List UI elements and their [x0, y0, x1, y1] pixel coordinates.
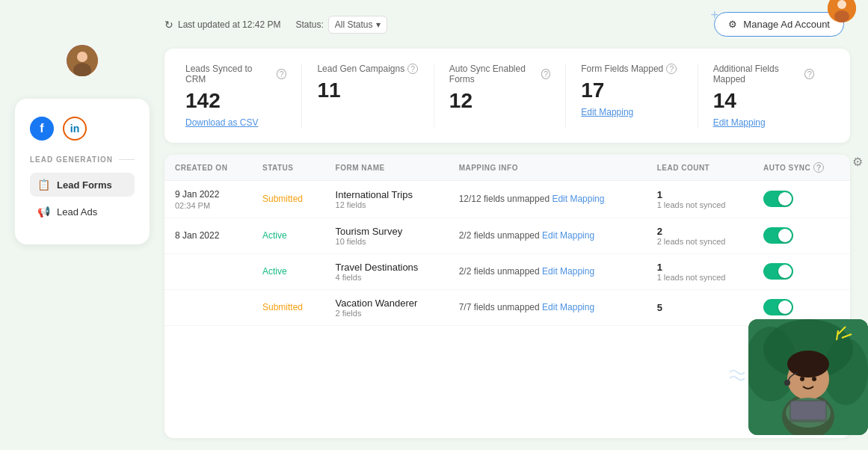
toggle-autosync-1[interactable] — [763, 227, 793, 244]
cell-form-1: Tourism Survey 10 fields — [325, 218, 449, 253]
edit-mapping-link-1[interactable]: Edit Mapping — [581, 107, 682, 117]
side-image — [748, 319, 868, 435]
cell-autosync-0 — [753, 181, 850, 218]
cell-leadcount-1: 2 2 leads not synced — [647, 218, 753, 253]
info-icon-campaigns: ? — [407, 64, 418, 74]
info-icon-additionalfields: ? — [804, 69, 814, 79]
cell-date-1: 8 Jan 2022 — [164, 218, 252, 253]
cell-status-1: Active — [252, 218, 325, 253]
top-bar-left: ↻ Last updated at 12:42 PM Status: All S… — [164, 16, 387, 34]
cell-leadcount-2: 1 1 leads not synced — [647, 253, 753, 289]
stat-campaigns: Lead Gen Campaigns ? 11 — [302, 64, 434, 128]
stat-auto-sync: Auto Sync Enabled Forms ? 12 — [434, 64, 566, 128]
svg-point-4 — [837, 0, 846, 9]
edit-mapping-row-0[interactable]: Edit Mapping — [552, 194, 604, 204]
cell-mapping-2: 2/2 fields unmapped Edit Mapping — [449, 253, 647, 289]
table-row: 9 Jan 2022 02:34 PM Submitted Internatio… — [164, 181, 850, 218]
facebook-icon[interactable]: f — [30, 117, 54, 141]
leads-table: Created On Status Form Name Mapping Info… — [164, 155, 850, 326]
stats-card: Leads Synced to CRM ? 142 Download as CS… — [164, 49, 850, 143]
sidebar-item-lead-ads-label: Lead Ads — [57, 206, 97, 218]
edit-mapping-row-3[interactable]: Edit Mapping — [542, 302, 594, 312]
settings-side-icon[interactable]: ⚙ — [846, 150, 868, 173]
th-created-on: Created On — [164, 155, 252, 181]
cell-autosync-2 — [753, 253, 850, 289]
th-lead-count: Lead Count — [647, 155, 753, 181]
cell-form-0: International Trips 12 fields — [325, 181, 449, 218]
cell-date-0: 9 Jan 2022 02:34 PM — [164, 181, 252, 218]
sidebar-card: f in Lead Generation 📋 Lead Forms 📢 Lead… — [15, 99, 150, 244]
edit-mapping-row-2[interactable]: Edit Mapping — [542, 266, 594, 277]
info-icon-formfields: ? — [666, 64, 677, 74]
stat-additional-fields: Additional Fields Mapped ? 14 Edit Mappi… — [698, 64, 829, 128]
sidebar-item-lead-forms-label: Lead Forms — [57, 179, 112, 191]
cell-status-3: Submitted — [252, 289, 325, 325]
download-csv-link[interactable]: Download as CSV — [185, 117, 286, 128]
info-icon-autosync: ? — [541, 69, 550, 79]
th-form-name: Form Name — [325, 155, 449, 181]
sidebar-avatar — [67, 45, 98, 76]
cell-form-2: Travel Destinations 4 fields — [325, 253, 449, 289]
wavy-decoration — [726, 365, 748, 390]
info-icon-leads: ? — [277, 69, 287, 79]
cell-date-3 — [164, 289, 252, 325]
status-dropdown[interactable]: All Status ▾ — [328, 16, 387, 34]
table-row: Submitted Vacation Wanderer 2 fields 7/7… — [164, 289, 850, 325]
cell-status-2: Active — [252, 253, 325, 289]
manage-ad-account-button[interactable]: ⚙ Manage Ad Account — [714, 12, 844, 37]
toggle-autosync-0[interactable] — [763, 191, 793, 207]
toggle-autosync-3[interactable] — [763, 299, 793, 315]
lead-forms-icon: 📋 — [37, 179, 49, 191]
leads-table-wrapper: Created On Status Form Name Mapping Info… — [164, 155, 850, 438]
cell-mapping-1: 2/2 fields unmapped Edit Mapping — [449, 218, 647, 253]
cell-leadcount-3: 5 — [647, 289, 753, 325]
table-row: 8 Jan 2022 Active Tourism Survey 10 fiel… — [164, 218, 850, 253]
last-updated: ↻ Last updated at 12:42 PM — [164, 19, 280, 31]
cell-autosync-1 — [753, 218, 850, 253]
stat-leads-synced: Leads Synced to CRM ? 142 Download as CS… — [185, 64, 302, 128]
top-bar: ↻ Last updated at 12:42 PM Status: All S… — [164, 12, 850, 37]
sidebar-item-lead-ads[interactable]: 📢 Lead Ads — [30, 200, 135, 224]
cell-date-2 — [164, 253, 252, 289]
svg-point-5 — [834, 10, 849, 22]
th-status: Status — [252, 155, 325, 181]
sidebar: f in Lead Generation 📋 Lead Forms 📢 Lead… — [0, 0, 164, 450]
chevron-down-icon: ▾ — [376, 19, 381, 30]
stat-form-fields: Form Fields Mapped ? 17 Edit Mapping — [566, 64, 698, 128]
refresh-icon[interactable]: ↻ — [164, 19, 173, 31]
lead-ads-icon: 📢 — [37, 206, 49, 218]
svg-point-1 — [77, 52, 87, 62]
cell-leadcount-0: 1 1 leads not synced — [647, 181, 753, 218]
toggle-autosync-2[interactable] — [763, 263, 793, 280]
svg-point-12 — [787, 351, 829, 377]
gear-icon: ⚙ — [728, 19, 737, 30]
info-icon-autosync-col: ? — [813, 162, 824, 173]
section-label: Lead Generation — [30, 155, 135, 164]
edit-mapping-row-1[interactable]: Edit Mapping — [542, 230, 594, 241]
table-header-row: Created On Status Form Name Mapping Info… — [164, 155, 850, 181]
platform-icons: f in — [30, 117, 135, 141]
user-avatar-top — [828, 0, 856, 22]
person-illustration — [748, 319, 868, 435]
cell-status-0: Submitted — [252, 181, 325, 218]
cell-form-3: Vacation Wanderer 2 fields — [325, 289, 449, 325]
sidebar-item-lead-forms[interactable]: 📋 Lead Forms — [30, 173, 135, 197]
svg-point-14 — [812, 377, 816, 381]
th-mapping-info: Mapping Info — [449, 155, 647, 181]
svg-point-9 — [823, 338, 868, 405]
table-row: Active Travel Destinations 4 fields 2/2 … — [164, 253, 850, 289]
linkedin-icon[interactable]: in — [63, 117, 87, 141]
cell-mapping-0: 12/12 fields unmapped Edit Mapping — [449, 181, 647, 218]
th-auto-sync: Auto Sync ? — [753, 155, 850, 181]
status-filter: Status: All Status ▾ — [295, 16, 387, 34]
edit-mapping-link-2[interactable]: Edit Mapping — [713, 117, 814, 128]
svg-rect-18 — [791, 401, 825, 419]
cell-mapping-3: 7/7 fields unmapped Edit Mapping — [449, 289, 647, 325]
svg-point-13 — [800, 377, 804, 381]
